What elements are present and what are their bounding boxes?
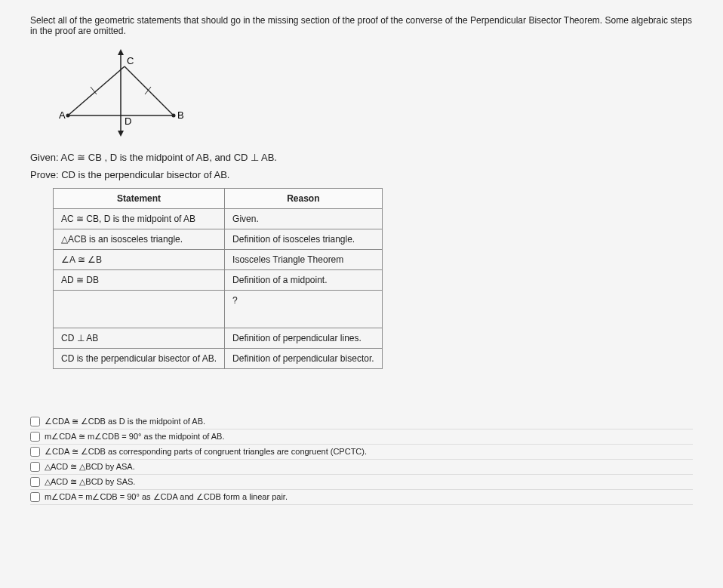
table-row: CD is the perpendicular bisector of AB.D… [54, 349, 383, 369]
question-text: Select all of the geometric statements t… [30, 15, 693, 36]
triangle-diagram: A B C D [53, 48, 693, 140]
option-checkbox[interactable] [30, 477, 40, 487]
proof-table: Statement Reason AC ≅ CB, D is the midpo… [53, 188, 383, 369]
option-label: ∠CDA ≅ ∠CDB as D is the midpoint of AB. [45, 417, 205, 426]
label-c: C [127, 55, 134, 66]
table-row: ∠A ≅ ∠BIsosceles Triangle Theorem [54, 250, 383, 270]
cell-reason: Definition of perpendicular bisector. [225, 349, 382, 369]
option-checkbox[interactable] [30, 447, 40, 457]
cell-reason: Isosceles Triangle Theorem [225, 250, 382, 270]
option-checkbox[interactable] [30, 417, 40, 426]
svg-line-1 [68, 66, 125, 115]
prove-statement: Prove: CD is the perpendicular bisector … [30, 169, 693, 180]
label-d: D [125, 115, 131, 127]
option-label: m∠CDA ≅ m∠CDB = 90° as the midpoint of A… [45, 432, 225, 442]
answer-options: ∠CDA ≅ ∠CDB as D is the midpoint of AB. … [30, 414, 693, 505]
cell-stmt: △ACB is an isosceles triangle. [54, 229, 225, 250]
option-row[interactable]: ∠CDA ≅ ∠CDB as D is the midpoint of AB. [30, 414, 693, 429]
option-label: △ACD ≅ △BCD by ASA. [45, 462, 135, 472]
option-label: ∠CDA ≅ ∠CDB as corresponding parts of co… [45, 447, 367, 457]
option-row[interactable]: △ACD ≅ △BCD by ASA. [30, 460, 693, 475]
table-row: AC ≅ CB, D is the midpoint of ABGiven. [54, 209, 383, 229]
svg-line-2 [125, 66, 174, 115]
svg-marker-4 [118, 49, 124, 55]
cell-reason: Definition of a midpoint. [225, 270, 382, 291]
cell-stmt: AC ≅ CB, D is the midpoint of AB [54, 209, 225, 229]
svg-marker-5 [118, 131, 124, 137]
option-label: m∠CDA = m∠CDB = 90° as ∠CDA and ∠CDB for… [45, 492, 288, 502]
given-statement: Given: AC ≅ CB , D is the midpoint of AB… [30, 152, 693, 163]
svg-point-7 [172, 114, 176, 118]
table-row: CD ⊥ ABDefinition of perpendicular lines… [54, 328, 383, 349]
option-row[interactable]: ∠CDA ≅ ∠CDB as corresponding parts of co… [30, 445, 693, 460]
label-a: A [59, 109, 66, 121]
option-checkbox[interactable] [30, 462, 40, 472]
option-checkbox[interactable] [30, 492, 40, 502]
cell-stmt: CD ⊥ AB [54, 328, 225, 349]
cell-reason: Definition of perpendicular lines. [225, 328, 382, 349]
label-b: B [177, 109, 184, 121]
cell-stmt: CD is the perpendicular bisector of AB. [54, 349, 225, 369]
option-checkbox[interactable] [30, 432, 40, 442]
cell-reason: ? [225, 291, 382, 328]
option-row[interactable]: △ACD ≅ △BCD by SAS. [30, 475, 693, 490]
table-row: AD ≅ DBDefinition of a midpoint. [54, 270, 383, 291]
option-label: △ACD ≅ △BCD by SAS. [45, 477, 135, 487]
table-row: △ACB is an isosceles triangle.Definition… [54, 229, 383, 250]
cell-stmt: AD ≅ DB [54, 270, 225, 291]
cell-reason: Given. [225, 209, 382, 229]
header-reason: Reason [225, 189, 382, 209]
svg-point-6 [66, 114, 70, 118]
cell-stmt [54, 291, 225, 328]
cell-stmt: ∠A ≅ ∠B [54, 250, 225, 270]
table-row-missing: ? [54, 291, 383, 328]
option-row[interactable]: m∠CDA ≅ m∠CDB = 90° as the midpoint of A… [30, 429, 693, 445]
header-statement: Statement [54, 189, 225, 209]
cell-reason: Definition of isosceles triangle. [225, 229, 382, 250]
option-row[interactable]: m∠CDA = m∠CDB = 90° as ∠CDA and ∠CDB for… [30, 490, 693, 505]
